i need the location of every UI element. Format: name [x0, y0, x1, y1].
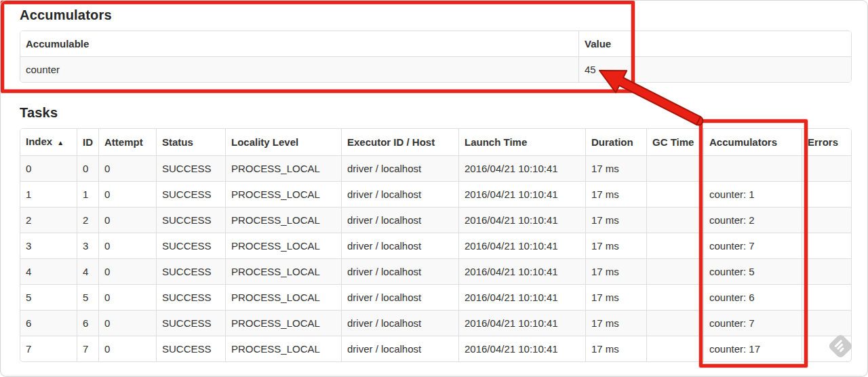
table-cell: driver / localhost — [342, 182, 459, 207]
table-cell: counter: 7 — [704, 233, 802, 259]
table-cell: PROCESS_LOCAL — [226, 259, 342, 285]
table-cell: PROCESS_LOCAL — [226, 233, 342, 259]
table-cell: 2016/04/21 10:10:41 — [459, 336, 586, 361]
table-cell — [802, 207, 851, 233]
tasks-table-grid: Index▲ ID Attempt Status Locality Level … — [20, 129, 851, 361]
table-cell — [647, 233, 704, 259]
table-cell — [647, 336, 704, 361]
table-cell: driver / localhost — [342, 156, 459, 182]
column-header-accumulators[interactable]: Accumulators — [704, 129, 802, 156]
table-cell: SUCCESS — [157, 285, 226, 311]
table-cell: 5 — [77, 285, 99, 311]
table-cell: 5 — [20, 285, 77, 311]
table-cell: PROCESS_LOCAL — [226, 336, 342, 361]
accumulators-table-grid: Accumulable Value counter 45 — [20, 31, 851, 82]
column-header-locality-level[interactable]: Locality Level — [226, 129, 342, 156]
table-cell: 2016/04/21 10:10:41 — [459, 311, 586, 336]
table-cell: 0 — [99, 156, 157, 182]
watermark-diamond — [827, 333, 853, 359]
table-cell: 4 — [20, 259, 77, 285]
table-cell — [802, 233, 851, 259]
table-cell: counter: 17 — [704, 336, 802, 361]
column-header-duration[interactable]: Duration — [586, 129, 647, 156]
table-cell — [802, 285, 851, 311]
table-cell: driver / localhost — [342, 336, 459, 361]
table-cell — [802, 156, 851, 182]
table-cell: driver / localhost — [342, 311, 459, 336]
table-row: counter 45 — [20, 57, 851, 82]
table-cell: driver / localhost — [342, 207, 459, 233]
table-cell: 3 — [20, 233, 77, 259]
table-cell: SUCCESS — [157, 156, 226, 182]
table-cell — [802, 182, 851, 207]
table-cell: 1 — [77, 182, 99, 207]
table-cell: 3 — [77, 233, 99, 259]
table-cell: counter: 7 — [704, 311, 802, 336]
table-cell — [647, 156, 704, 182]
table-cell: 1 — [20, 182, 77, 207]
table-cell — [647, 259, 704, 285]
table-cell: 0 — [99, 207, 157, 233]
table-cell: counter: 5 — [704, 259, 802, 285]
accumulators-table: Accumulable Value counter 45 — [20, 31, 852, 83]
table-cell: PROCESS_LOCAL — [226, 285, 342, 311]
table-cell: 0 — [99, 182, 157, 207]
table-row: 220SUCCESSPROCESS_LOCALdriver / localhos… — [20, 207, 851, 233]
column-header-status[interactable]: Status — [157, 129, 226, 156]
table-cell: 17 ms — [586, 207, 647, 233]
table-cell: 0 — [99, 311, 157, 336]
table-cell: 0 — [99, 259, 157, 285]
column-header-value: Value — [579, 31, 851, 57]
table-row: 440SUCCESSPROCESS_LOCALdriver / localhos… — [20, 259, 851, 285]
column-header-index-label: Index — [26, 136, 52, 147]
table-cell: driver / localhost — [342, 233, 459, 259]
table-cell: 6 — [77, 311, 99, 336]
sort-ascending-icon: ▲ — [57, 139, 64, 146]
table-cell: SUCCESS — [157, 311, 226, 336]
tasks-section-heading: Tasks — [20, 105, 58, 121]
column-header-launch-time[interactable]: Launch Time — [459, 129, 586, 156]
column-header-id[interactable]: ID — [77, 129, 99, 156]
table-cell: counter: 6 — [704, 285, 802, 311]
table-cell: 0 — [77, 156, 99, 182]
table-cell: SUCCESS — [157, 233, 226, 259]
column-header-index[interactable]: Index▲ — [20, 129, 77, 156]
tasks-table-body: 000SUCCESSPROCESS_LOCALdriver / localhos… — [20, 156, 851, 361]
accumulable-value-cell: 45 — [579, 57, 851, 82]
table-cell: 7 — [77, 336, 99, 361]
table-cell — [704, 156, 802, 182]
table-cell: 6 — [20, 311, 77, 336]
table-cell: SUCCESS — [157, 336, 226, 361]
table-cell: 0 — [99, 285, 157, 311]
column-header-attempt[interactable]: Attempt — [99, 129, 157, 156]
accumulable-name-cell: counter — [20, 57, 579, 82]
table-cell: 2016/04/21 10:10:41 — [459, 285, 586, 311]
feedly-watermark-icon — [826, 332, 854, 360]
table-cell: PROCESS_LOCAL — [226, 311, 342, 336]
column-header-gc-time[interactable]: GC Time — [647, 129, 704, 156]
table-cell: SUCCESS — [157, 207, 226, 233]
table-cell: PROCESS_LOCAL — [226, 207, 342, 233]
table-row: 770SUCCESSPROCESS_LOCALdriver / localhos… — [20, 336, 851, 361]
table-cell: 2 — [77, 207, 99, 233]
table-cell: 2016/04/21 10:10:41 — [459, 233, 586, 259]
table-header-row: Index▲ ID Attempt Status Locality Level … — [20, 129, 851, 156]
column-header-executor-id-host[interactable]: Executor ID / Host — [342, 129, 459, 156]
table-cell: 2016/04/21 10:10:41 — [459, 207, 586, 233]
table-cell: driver / localhost — [342, 285, 459, 311]
column-header-accumulable: Accumulable — [20, 31, 579, 57]
table-cell: counter: 1 — [704, 182, 802, 207]
table-cell: 17 ms — [586, 259, 647, 285]
table-cell: 0 — [20, 156, 77, 182]
table-cell: 17 ms — [586, 182, 647, 207]
table-row: 330SUCCESSPROCESS_LOCALdriver / localhos… — [20, 233, 851, 259]
table-cell — [647, 311, 704, 336]
table-cell: 2016/04/21 10:10:41 — [459, 259, 586, 285]
column-header-errors[interactable]: Errors — [802, 129, 851, 156]
table-cell — [647, 207, 704, 233]
table-cell: 2016/04/21 10:10:41 — [459, 182, 586, 207]
table-cell: PROCESS_LOCAL — [226, 182, 342, 207]
table-cell — [647, 182, 704, 207]
table-cell: 17 ms — [586, 233, 647, 259]
tasks-table: Index▲ ID Attempt Status Locality Level … — [20, 128, 852, 362]
